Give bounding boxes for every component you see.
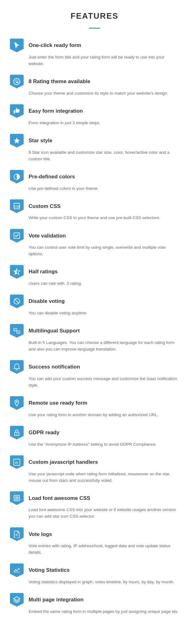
feature-desc: You can add your custom success message … (29, 376, 179, 389)
feature-desc: You can control user vote limit by using… (29, 244, 179, 257)
feature-header: Easy form integration (10, 104, 179, 118)
feature-title: One-click ready form (29, 41, 81, 49)
feature-title: Half ratings (29, 268, 58, 276)
feature-font-awesome: Load font awesome CSS Load font awesome … (10, 491, 179, 520)
feature-title: Disable voting (29, 297, 65, 305)
feature-desc: Choose your theme and customize its styl… (29, 90, 179, 97)
feature-vote-validation: Vote validation You can control user vot… (10, 229, 179, 257)
feature-rating-theme: 8 Rating theme available Choose your the… (10, 75, 179, 97)
feature-desc: Vote entries with rating, IP address/hos… (29, 543, 179, 556)
feature-header: 8 Rating theme available (10, 75, 179, 88)
feature-header: CSS Custom CSS (10, 199, 179, 213)
feature-desc: 9 Star icon available and customize star… (29, 149, 179, 162)
feature-desc: Use pre-defined colors in your theme. (29, 186, 179, 192)
svg-text:JS: JS (15, 461, 18, 464)
checkbox-icon (10, 229, 24, 242)
feature-desc: Load font awesome CSS into your website … (29, 507, 179, 520)
feature-multilingual: A文 Multilingual Support Built-in 5 Langu… (10, 324, 179, 353)
features-list: One-click ready form Just enter the form… (0, 39, 189, 632)
feature-js-handlers: JS Custom javascript handlers Use your j… (10, 455, 179, 484)
svg-point-17 (16, 401, 18, 402)
svg-point-19 (16, 433, 17, 434)
feature-title: Vote validation (29, 232, 66, 240)
page-title: FEATURES (0, 0, 189, 28)
feature-voting-statistics: Voting Statistics Voting statistics disp… (10, 563, 179, 585)
svg-marker-27 (14, 597, 20, 600)
feature-desc: Users can rate with .5 rating. (29, 280, 179, 287)
feature-desc: Form integration in just 3 simple steps. (29, 120, 179, 126)
feature-header: Remote use ready form (10, 396, 179, 410)
feature-header: Success notification (10, 360, 179, 374)
feature-header: Voting Statistics (10, 563, 179, 577)
feature-header: Vote validation (10, 229, 179, 242)
feature-header: Pre-defined colors (10, 170, 179, 184)
feature-header: Star style (10, 134, 179, 148)
feature-desc: You can disable voting anytime. (29, 310, 179, 317)
svg-marker-5 (14, 138, 20, 143)
feature-title: Success notification (29, 363, 80, 371)
svg-text:CSS: CSS (15, 205, 20, 208)
palette-icon (10, 75, 24, 88)
chart-icon (10, 563, 24, 577)
feature-title: Multi page integration (29, 596, 84, 604)
feature-title: Easy form integration (29, 107, 83, 115)
svg-text:A: A (14, 329, 16, 331)
feature-header: Vote logs (10, 527, 179, 541)
js-icon: JS (10, 455, 24, 469)
feature-header: Half ratings (10, 265, 179, 279)
feature-desc: Just enter the form title and your ratin… (29, 54, 179, 67)
feature-success-notification: Success notification You can add your cu… (10, 360, 179, 389)
feature-half-ratings: Half ratings Users can rate with .5 rati… (10, 265, 179, 287)
feature-custom-css: CSS Custom CSS Write your custom CSS to … (10, 199, 179, 221)
feature-title: Remote use ready form (29, 399, 87, 407)
feature-header: One-click ready form (10, 39, 179, 52)
feature-star-style: Star style 9 Star icon available and cus… (10, 134, 179, 162)
layers-icon (10, 593, 24, 607)
feature-desc: Embed the same rating form in multiple p… (29, 609, 179, 615)
page-container: FEATURES One-click ready form Just enter… (0, 0, 189, 632)
svg-point-2 (16, 79, 17, 80)
svg-rect-23 (15, 496, 19, 500)
feature-easy-integration: Easy form integration Form integration i… (10, 104, 179, 126)
cursor-icon (10, 39, 24, 52)
feature-multi-page: Multi page integration Embed the same ra… (10, 593, 179, 615)
feature-header: JS Custom javascript handlers (10, 455, 179, 469)
star-icon (10, 134, 24, 148)
css-icon: CSS (10, 199, 24, 213)
feature-desc: Use the "Anonymize IP Address" setting t… (29, 441, 179, 448)
feature-title: GDPR ready (29, 429, 59, 437)
feature-header: Disable voting (10, 294, 179, 308)
feature-desc: Built-in 5 Languages. You can choose a d… (29, 340, 179, 353)
no-icon (10, 294, 24, 308)
feature-title: 8 Rating theme available (29, 78, 90, 86)
feature-header: GDPR ready (10, 426, 179, 440)
language-icon: A文 (10, 324, 24, 338)
feature-title: Multilingual Support (29, 327, 80, 335)
feature-disable-voting: Disable voting You can disable voting an… (10, 294, 179, 317)
thumbup-icon (10, 104, 24, 118)
feature-desc: Use your javascript code when rating for… (29, 471, 179, 484)
feature-title: Custom javascript handlers (29, 458, 98, 466)
title-underline (89, 28, 100, 29)
feature-vote-logs: Vote logs Vote entries with rating, IP a… (10, 527, 179, 556)
svg-text:文: 文 (17, 331, 19, 333)
svg-point-1 (15, 80, 16, 81)
feature-one-click-form: One-click ready form Just enter the form… (10, 39, 179, 67)
lock-icon (10, 426, 24, 440)
feature-header: Load font awesome CSS (10, 491, 179, 505)
svg-line-12 (15, 299, 19, 303)
half-star-icon (10, 265, 24, 279)
pin-icon (10, 396, 24, 410)
feature-title: Load font awesome CSS (29, 494, 90, 502)
feature-header: Multi page integration (10, 593, 179, 607)
feature-title: Voting Statistics (29, 566, 70, 574)
svg-point-3 (18, 80, 19, 81)
feature-title: Custom CSS (29, 202, 61, 210)
feature-remote-form: Remote use ready form Use your rating fo… (10, 396, 179, 418)
doc-icon (10, 527, 24, 541)
feature-predefined-colors: Pre-defined colors Use pre-defined color… (10, 170, 179, 192)
circle-half-icon (10, 170, 24, 184)
feature-title: Pre-defined colors (29, 173, 75, 181)
square-icon (10, 491, 24, 505)
feature-desc: Use your rating form to another domain b… (29, 412, 179, 418)
